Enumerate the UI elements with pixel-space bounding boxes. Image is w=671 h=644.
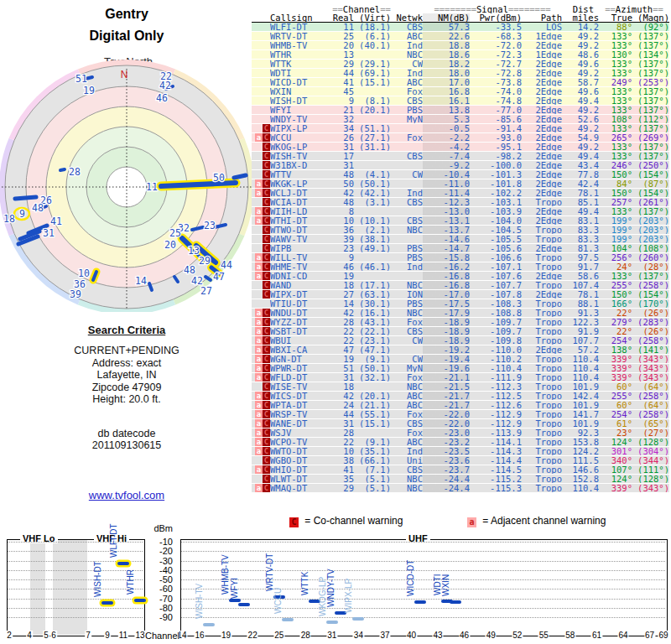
virtual-channel: (6.1): [354, 32, 391, 41]
azimuth-true: 199°: [599, 235, 632, 244]
azimuth-magnetic: (304°): [632, 447, 669, 456]
power-dbm: -105.5: [470, 235, 522, 244]
warning-flags: [252, 23, 270, 32]
table-row: aCWCCU26(27.1)Fox-2.2-93.02Edge54.9265°(…: [252, 133, 669, 143]
station-bar: [352, 617, 364, 621]
noise-margin: -23.2: [423, 438, 470, 447]
network: CBS: [391, 198, 423, 207]
azimuth-magnetic: (258°): [632, 392, 669, 401]
table-row: aCWKGK-LP50(50.1)-11.0-101.82Edge42.484°…: [252, 179, 669, 189]
callsign: WYZZ-DT: [270, 318, 332, 327]
col-netwk: Netwk: [391, 13, 423, 23]
azimuth-true: 246°: [599, 161, 632, 170]
warning-flags: aC: [252, 355, 270, 364]
callsign: WGN-DT: [270, 355, 332, 364]
network: [391, 345, 423, 355]
radar-channel-label: 23: [204, 220, 216, 231]
co-channel-flag: C: [263, 392, 270, 400]
noise-margin: 17.0: [423, 78, 470, 87]
noise-margin: -22.0: [423, 410, 470, 419]
tvfool-home-link[interactable]: www.tvfool.com: [89, 489, 164, 501]
callsign: WHME-TV: [270, 262, 332, 272]
table-row: aCWTHI-DT10(10.1)CBS-13.1-104.02Edge83.1…: [252, 216, 669, 226]
station-label: WRTV-DT: [265, 553, 274, 590]
azimuth-true: 133°: [599, 69, 632, 78]
search-criteria-line: Zipcode 47909: [0, 382, 253, 394]
table-row: CWGBO-DT38(66.1)Uni-23.6-114.4Tropo111.5…: [252, 456, 669, 465]
adjacent-channel-flag: a: [255, 327, 263, 335]
virtual-channel: (49.1): [354, 244, 391, 253]
real-channel: 41: [332, 78, 354, 87]
virtual-channel: (7.1): [354, 465, 391, 475]
distance-miles: 57.2: [562, 345, 599, 355]
path: 1Edge: [522, 50, 562, 60]
azimuth-magnetic: (154°): [632, 290, 669, 299]
table-row: aCWPTA-DT24(21.1)ABC-21.7-112.6Tropo101.…: [252, 401, 669, 410]
callsign: WTTV: [270, 170, 332, 179]
station-label: WDTI: [433, 574, 442, 595]
adjacent-channel-flag: a: [255, 133, 263, 142]
warning-flags: [252, 50, 270, 60]
power-dbm: -115.3: [470, 484, 522, 493]
power-dbm: -110.2: [470, 355, 522, 364]
real-channel: 31: [332, 419, 354, 428]
network: ABC: [391, 438, 423, 447]
power-dbm: -107.7: [470, 281, 522, 290]
path: 2Edge: [522, 170, 562, 179]
callsign: WISH-DT: [270, 96, 332, 106]
table-row: aCWSJV28Fox-23.0-113.9Tropo92.323°(27°): [252, 428, 669, 438]
network: CW: [391, 170, 423, 179]
noise-margin: -16.8: [423, 272, 470, 281]
callsign: WIPX-LP: [270, 124, 332, 133]
noise-margin: -18.9: [423, 336, 470, 345]
noise-margin: -0.5: [423, 124, 470, 133]
network: Uni: [391, 456, 423, 465]
station-label: WHMB-TV: [221, 554, 230, 595]
path: Tropo: [522, 438, 562, 447]
adjacent-channel-flag: a: [255, 484, 263, 492]
noise-margin: -17.5: [423, 299, 470, 309]
network: PBS: [391, 253, 423, 262]
real-channel: 48: [332, 198, 354, 207]
power-dbm: -107.8: [470, 290, 522, 299]
network: MyN: [391, 364, 423, 373]
azimuth-true: 340°: [599, 456, 632, 465]
distance-miles: 49.2: [562, 106, 599, 115]
virtual-channel: (21.1): [354, 401, 391, 410]
real-channel: 41: [332, 465, 354, 475]
real-channel: 51: [332, 364, 354, 373]
radar-channel-label: 41: [50, 216, 62, 227]
virtual-channel: (20.1): [354, 106, 391, 115]
adjacent-channel-flag: a: [255, 465, 263, 474]
table-row: aCWCPO-TV22(9.1)ABC-23.2-114.1Tropo153.8…: [252, 438, 669, 447]
radar-channel-label: 51: [75, 73, 87, 85]
network: CBS: [391, 419, 423, 428]
callsign: WICD-DT: [270, 78, 332, 87]
azimuth-true: 138°: [599, 345, 632, 355]
table-column-headers: Callsign Real (Virt) Netwk NM(dB) Pwr(dB…: [252, 13, 669, 23]
azimuth-magnetic: (137°): [632, 60, 669, 69]
power-dbm: -114.1: [470, 438, 522, 447]
gridline: [181, 617, 665, 618]
station-label: WNDY-TV: [326, 569, 336, 607]
virtual-channel: (2.1): [354, 226, 391, 235]
warning-flags: C: [252, 235, 270, 244]
distance-miles: 107.7: [562, 336, 599, 345]
virtual-channel: (69.1): [354, 69, 391, 78]
azimuth-true: 150°: [599, 290, 632, 299]
path: Tropo: [522, 318, 562, 327]
noise-margin: -13.1: [423, 216, 470, 226]
distance-miles: 49.4: [562, 152, 599, 161]
noise-margin: -9.2: [423, 161, 470, 170]
table-row: CWAND18(17.1)NBC-16.8-107.7Tropo107.4255…: [252, 281, 669, 290]
callsign: WCCU: [270, 133, 332, 143]
azimuth-true: 61°: [599, 419, 632, 428]
network: Fox: [391, 373, 423, 382]
callsign: WHMB-TV: [270, 41, 332, 50]
warning-flags: C: [252, 161, 270, 170]
adjacent-channel-flag: a: [255, 364, 263, 372]
azimuth-true: 24°: [599, 262, 632, 272]
network: CW: [391, 355, 423, 364]
virtual-channel: (30.1): [354, 299, 391, 309]
real-channel: 42: [332, 309, 354, 318]
